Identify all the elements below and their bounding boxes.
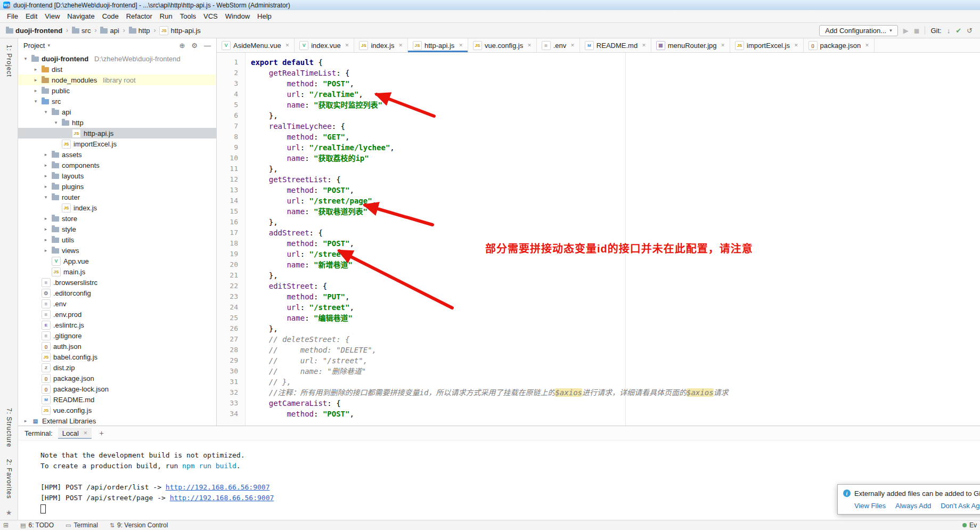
tree-item-src[interactable]: ▾src [18,96,216,107]
tree-item-env-prod[interactable]: ≡.env.prod [18,309,216,320]
chevron-down-icon[interactable]: ▾ [53,120,59,125]
chevron-down-icon[interactable]: ▾ [22,56,29,61]
tree-item-components[interactable]: ▸components [18,160,216,170]
locate-file-icon[interactable]: ⊕ [179,42,185,50]
tree-item-dist-zip[interactable]: Zdist.zip [18,362,216,373]
code-line-24[interactable]: url: "/street", [251,302,980,313]
tree-item-http-api-js[interactable]: JShttp-api.js [18,128,216,138]
chevron-right-icon[interactable]: ▸ [22,418,29,423]
add-configuration-button[interactable]: Add Configuration...▾ [819,25,897,36]
code-line-22[interactable]: editStreet: { [251,281,980,291]
tree-item-duoji-frontend[interactable]: ▾duoji-frontendD:\zheheWeb\duoji-fronten… [18,53,216,64]
new-terminal-session-icon[interactable]: + [97,429,105,437]
breadcrumb-duoji-frontend[interactable]: duoji-frontend [4,26,64,35]
chevron-right-icon[interactable]: ▸ [43,152,49,157]
tree-item-auth-json[interactable]: {}auth.json [18,341,216,352]
code-line-13[interactable]: method: "POST", [251,185,980,195]
code-line-1[interactable]: export default { [251,57,980,68]
tree-item-babel-config-js[interactable]: JSbabel.config.js [18,352,216,362]
code-line-20[interactable]: name: "新增巷道" [251,259,980,270]
tab-asidemenu-vue[interactable]: VAsideMenu.vue✕ [217,38,295,52]
stop-icon[interactable]: ◼ [914,27,920,34]
chevron-right-icon[interactable]: ▸ [32,67,39,72]
code-line-5[interactable]: name: "获取实时监控列表" [251,100,980,110]
menu-help[interactable]: Help [254,11,275,21]
code-line-23[interactable]: method: "PUT", [251,291,980,302]
code-area[interactable]: export default { getRealTimeList: { meth… [246,53,980,426]
close-icon[interactable]: ✕ [459,43,463,48]
status-6-todo[interactable]: ▤6: TODO [20,521,54,529]
code-line-31[interactable]: // }, [251,377,980,387]
code-line-17[interactable]: addStreet: { [251,227,980,238]
settings-gear-icon[interactable]: ⚙ [191,42,198,50]
chevron-down-icon[interactable]: ▾ [32,99,39,104]
tree-item-node-modules[interactable]: ▸node_moduleslibrary root [18,75,216,85]
breadcrumb-src[interactable]: src [70,26,92,35]
tree-item-api[interactable]: ▾api [18,107,216,117]
chevron-down-icon[interactable]: ▾ [43,109,49,115]
tree-item-assets[interactable]: ▸assets [18,149,216,160]
menu-vcs[interactable]: VCS [200,11,222,21]
code-line-18[interactable]: method: "POST", [251,238,980,249]
terminal-link[interactable]: http://192.168.66.56:9007 [170,494,274,502]
breadcrumb-api[interactable]: api [99,26,120,35]
status-9-version-control[interactable]: ⇅9: Version Control [110,521,168,529]
tree-item-layouts[interactable]: ▸layouts [18,170,216,181]
tab-index-js[interactable]: JSindex.js✕ [354,38,408,52]
code-line-12[interactable]: getStreetList: { [251,174,980,185]
tab-env[interactable]: ≡.env✕ [537,38,580,52]
tree-item-router[interactable]: ▾router [18,192,216,202]
chevron-down-icon[interactable]: ▾ [43,194,49,200]
code-line-33[interactable]: getCameraList: { [251,398,980,409]
menu-edit[interactable]: Edit [22,11,41,21]
menu-window[interactable]: Window [222,11,254,21]
chevron-right-icon[interactable]: ▸ [43,173,49,178]
tree-item-importexcel-js[interactable]: JSimportExcel.js [18,138,216,149]
code-line-6[interactable]: }, [251,110,980,121]
tree-item-package-lock-json[interactable]: {}package-lock.json [18,384,216,394]
chevron-right-icon[interactable]: ▸ [32,77,39,83]
code-line-4[interactable]: url: "/realTime", [251,89,980,100]
git-commit-check-icon[interactable]: ✔ [956,27,961,34]
code-line-7[interactable]: realTimeLychee: { [251,121,980,132]
tree-item-app-vue[interactable]: VApp.vue [18,256,216,266]
menu-navigate[interactable]: Navigate [63,11,98,21]
project-view-selector[interactable]: Project▾ [23,42,50,50]
chevron-right-icon[interactable]: ▸ [43,226,49,232]
tree-item-readme-md[interactable]: MREADME.md [18,394,216,405]
tree-item-eslintrc-js[interactable]: E.eslintrc.js [18,320,216,330]
history-icon[interactable]: ↺ [967,27,973,34]
code-line-16[interactable]: }, [251,217,980,227]
tree-item-public[interactable]: ▸public [18,85,216,96]
notification-action-don-t-ask-agai[interactable]: Don't Ask Agai [941,502,980,510]
close-icon[interactable]: ✕ [721,43,725,48]
tree-item-index-js[interactable]: JSindex.js [18,202,216,213]
close-icon[interactable]: ✕ [398,43,403,48]
code-line-14[interactable]: url: "/street/page", [251,195,980,206]
tree-item-vue-config-js[interactable]: JSvue.config.js [18,405,216,415]
tab-http-api-js[interactable]: JShttp-api.js✕ [408,38,468,52]
menu-refactor[interactable]: Refactor [123,11,156,21]
code-line-19[interactable]: url: "/street", [251,249,980,259]
menu-file[interactable]: File [3,11,22,21]
terminal-link[interactable]: http://192.168.66.56:9007 [166,483,270,491]
close-icon[interactable]: ✕ [345,43,349,48]
terminal-tab-local[interactable]: Local✕ [58,428,92,439]
code-line-29[interactable]: // url: "/street", [251,355,980,366]
chevron-right-icon[interactable]: ▸ [43,216,49,221]
code-line-2[interactable]: getRealTimeList: { [251,68,980,78]
tree-item-browserslistrc[interactable]: ≡.browserslistrc [18,277,216,288]
chevron-right-icon[interactable]: ▸ [43,162,49,168]
hide-panel-icon[interactable]: — [204,42,211,50]
tree-item-editorconfig[interactable]: ⚙.editorconfig [18,288,216,298]
breadcrumb-http[interactable]: http [127,26,152,35]
event-log-button[interactable]: Ev [962,521,977,529]
tree-item-env[interactable]: ≡.env [18,298,216,309]
tree-item-package-json[interactable]: {}package.json [18,373,216,384]
tab-index-vue[interactable]: Vindex.vue✕ [295,38,354,52]
close-icon[interactable]: ✕ [84,430,88,436]
notification-action-always-add[interactable]: Always Add [895,502,931,510]
status-terminal[interactable]: ▭Terminal [66,521,98,529]
chevron-right-icon[interactable]: ▸ [43,184,49,189]
tab-package-json[interactable]: {}package.json✕ [804,38,875,52]
